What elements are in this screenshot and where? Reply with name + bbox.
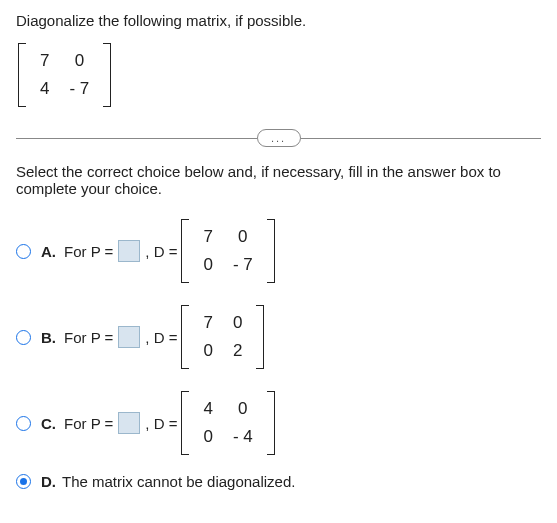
choice-c[interactable]: C. For P = , D = 4 0 0 - 4 (16, 387, 541, 459)
matrix-cell: 0 (223, 223, 263, 251)
radio-c[interactable] (16, 416, 31, 431)
matrix-cell: 0 (223, 309, 252, 337)
matrix-cell: - 4 (223, 423, 263, 451)
choice-prefix: For P = (64, 329, 113, 346)
choice-letter: D. (41, 473, 56, 490)
bracket-left-icon (18, 43, 26, 107)
matrix-cell: 7 (193, 309, 222, 337)
matrix-cell: 0 (59, 47, 99, 75)
matrix-cell: 7 (30, 47, 59, 75)
choice-mid: , D = (145, 415, 177, 432)
matrix-cell: 0 (193, 251, 222, 279)
choice-d[interactable]: D. The matrix cannot be diagonalized. (16, 473, 541, 490)
matrix-cell: 4 (193, 395, 222, 423)
choice-letter: A. (41, 243, 56, 260)
bracket-left-icon (181, 305, 189, 369)
bracket-right-icon (103, 43, 111, 107)
matrix-cell: - 7 (59, 75, 99, 103)
question-prompt: Diagonalize the following matrix, if pos… (16, 12, 541, 29)
matrix-cell: 0 (193, 423, 222, 451)
choice-b[interactable]: B. For P = , D = 7 0 0 2 (16, 301, 541, 373)
choice-b-matrix: 7 0 0 2 (181, 305, 264, 369)
more-options-button[interactable]: ... (257, 129, 301, 147)
choice-mid: , D = (145, 243, 177, 260)
matrix-cell: 0 (223, 395, 263, 423)
matrix-cell: 2 (223, 337, 252, 365)
choice-c-matrix: 4 0 0 - 4 (181, 391, 274, 455)
choice-letter: B. (41, 329, 56, 346)
matrix-cell: 0 (193, 337, 222, 365)
choice-mid: , D = (145, 329, 177, 346)
bracket-right-icon (267, 219, 275, 283)
matrix-cell: - 7 (223, 251, 263, 279)
matrix-cell: 7 (193, 223, 222, 251)
ellipsis-icon: ... (271, 133, 286, 144)
question-matrix: 7 0 4 - 7 (18, 43, 111, 107)
choices-group: A. For P = , D = 7 0 0 - 7 (16, 215, 541, 490)
bracket-left-icon (181, 219, 189, 283)
radio-d[interactable] (16, 474, 31, 489)
radio-b[interactable] (16, 330, 31, 345)
answer-input-c[interactable] (118, 412, 140, 434)
instruction-text: Select the correct choice below and, if … (16, 163, 541, 197)
section-divider: ... (16, 129, 541, 147)
choice-d-text: The matrix cannot be diagonalized. (62, 473, 295, 490)
bracket-left-icon (181, 391, 189, 455)
bracket-right-icon (267, 391, 275, 455)
choice-prefix: For P = (64, 243, 113, 260)
choice-prefix: For P = (64, 415, 113, 432)
answer-input-b[interactable] (118, 326, 140, 348)
matrix-cell: 4 (30, 75, 59, 103)
choice-a[interactable]: A. For P = , D = 7 0 0 - 7 (16, 215, 541, 287)
radio-a[interactable] (16, 244, 31, 259)
answer-input-a[interactable] (118, 240, 140, 262)
choice-letter: C. (41, 415, 56, 432)
choice-a-matrix: 7 0 0 - 7 (181, 219, 274, 283)
bracket-right-icon (256, 305, 264, 369)
